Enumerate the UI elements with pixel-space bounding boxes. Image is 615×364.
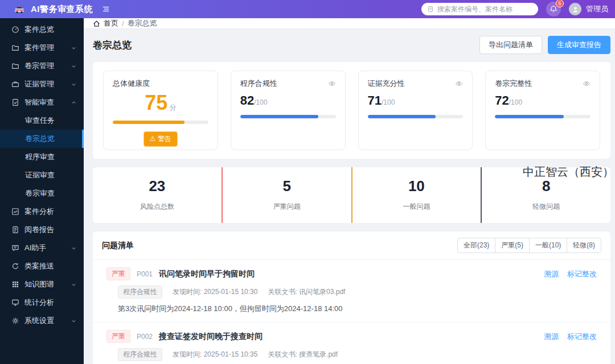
issue-id: P002 bbox=[137, 333, 153, 341]
sidebar-item-label: 类案推送 bbox=[24, 261, 54, 271]
stat-label: 风险点总数 bbox=[93, 202, 222, 212]
top-header: AI警务审查系统 5 管理员 bbox=[0, 0, 615, 18]
stat-general-issues: 10 一般问题 bbox=[351, 167, 481, 223]
chevron-down-icon bbox=[71, 245, 77, 251]
stat-label: 轻微问题 bbox=[482, 202, 610, 212]
metric-card-evidence: 证据充分性 71/100 bbox=[358, 71, 473, 150]
export-issues-button[interactable]: 导出问题清单 bbox=[479, 36, 542, 54]
breadcrumb-current: 卷宗总览 bbox=[128, 18, 157, 28]
metric-progress bbox=[495, 115, 591, 118]
card-label: 证据充分性 bbox=[368, 78, 405, 89]
sidebar-item-reading-report[interactable]: 阅卷报告 bbox=[0, 221, 84, 239]
sidebar-item-case-management[interactable]: 案件管理 bbox=[0, 39, 84, 57]
search-input[interactable] bbox=[437, 5, 532, 13]
warning-status-badge[interactable]: ⚠ 警告 bbox=[144, 131, 178, 147]
sidebar-subitem-label: 程序审查 bbox=[25, 152, 55, 162]
stat-value: 23 bbox=[93, 177, 222, 195]
stat-label: 一般问题 bbox=[352, 202, 481, 212]
health-score-value: 75 bbox=[145, 91, 167, 114]
health-score-card: 总体健康度 75分 ⚠ 警告 bbox=[103, 71, 218, 150]
sidebar-item-label: 系统设置 bbox=[24, 316, 54, 326]
card-label: 卷宗完整性 bbox=[495, 78, 532, 89]
notification-button[interactable]: 5 bbox=[546, 2, 561, 16]
briefcase-icon bbox=[11, 80, 19, 88]
stat-label: 严重问题 bbox=[223, 202, 351, 212]
chevron-down-icon bbox=[71, 318, 77, 324]
sidebar-item-statistics[interactable]: 统计分析 bbox=[0, 293, 84, 312]
sidebar-item-smart-review[interactable]: 智能审查 bbox=[0, 93, 84, 111]
sidebar-item-label: 案件管理 bbox=[24, 43, 54, 53]
breadcrumb: 首页 / 卷宗总览 bbox=[84, 18, 615, 29]
metric-progress bbox=[240, 115, 336, 118]
eye-icon[interactable] bbox=[328, 80, 336, 88]
sidebar-item-system-settings[interactable]: 系统设置 bbox=[0, 312, 84, 330]
metric-card-procedure: 程序合规性 82/100 bbox=[231, 71, 346, 150]
sidebar-subitem-dossier-overview[interactable]: 卷宗总览 bbox=[0, 130, 84, 148]
user-icon bbox=[572, 6, 579, 13]
issue-description: 第3次讯问时间为2024-12-18 10:00，但拘留时间为2024-12-1… bbox=[106, 304, 597, 314]
breadcrumb-separator: / bbox=[122, 19, 124, 28]
metric-progress bbox=[368, 115, 464, 118]
filter-general-button[interactable]: 一般(10) bbox=[529, 238, 567, 253]
trace-link[interactable]: 溯源 bbox=[544, 269, 559, 279]
filter-minor-button[interactable]: 轻微(8) bbox=[567, 238, 601, 253]
stat-value: 10 bbox=[352, 177, 481, 195]
user-name[interactable]: 管理员 bbox=[586, 4, 608, 14]
global-search[interactable] bbox=[421, 3, 538, 15]
stat-value: 8 bbox=[482, 177, 610, 195]
sidebar-subitem-label: 卷宗总览 bbox=[25, 134, 55, 144]
mark-fixed-link[interactable]: 标记整改 bbox=[567, 332, 597, 342]
mark-fixed-link[interactable]: 标记整改 bbox=[567, 269, 597, 279]
issue-related-doc: 关联文书: 讯问笔录03.pdf bbox=[268, 287, 345, 297]
metric-value: 71 bbox=[368, 93, 382, 107]
generate-report-button[interactable]: 生成审查报告 bbox=[548, 36, 610, 54]
sidebar-item-evidence-management[interactable]: 证据管理 bbox=[0, 75, 84, 93]
vendor-watermark: 中正智云（西安） bbox=[523, 164, 614, 180]
sidebar-item-similar-case-push[interactable]: 类案推送 bbox=[0, 257, 84, 275]
health-progress bbox=[113, 121, 208, 124]
score-cards-panel: 总体健康度 75分 ⚠ 警告 程序合规性 82/100 bbox=[93, 62, 610, 159]
metric-value: 72 bbox=[495, 93, 509, 107]
sidebar-item-ai-assistant[interactable]: AI助手 bbox=[0, 239, 84, 257]
metric-suffix: /100 bbox=[254, 98, 267, 106]
sidebar-item-dossier-management[interactable]: 卷宗管理 bbox=[0, 57, 84, 75]
filter-critical-button[interactable]: 严重(5) bbox=[495, 238, 530, 253]
bell-icon bbox=[550, 5, 557, 13]
sidebar-item-label: 卷宗管理 bbox=[24, 61, 54, 71]
stat-total-risks: 23 风险点总数 bbox=[93, 167, 222, 223]
card-label: 程序合规性 bbox=[240, 78, 277, 89]
sidebar-subitem-dossier-review[interactable]: 卷宗审查 bbox=[0, 184, 84, 202]
dashboard-icon bbox=[11, 26, 19, 34]
sidebar-subitem-evidence-review[interactable]: 证据审查 bbox=[0, 166, 84, 184]
issue-title: 搜查证签发时间晚于搜查时间 bbox=[159, 332, 263, 342]
issues-panel: 问题清单 全部(23) 严重(5) 一般(10) 轻微(8) 严重 P001 讯… bbox=[93, 231, 610, 364]
menu-collapse-icon[interactable] bbox=[102, 5, 110, 13]
chevron-down-icon bbox=[71, 45, 77, 51]
sidebar-item-case-analysis[interactable]: 案件分析 bbox=[0, 202, 84, 221]
card-label: 总体健康度 bbox=[113, 78, 150, 89]
home-icon[interactable] bbox=[93, 20, 100, 27]
sidebar-item-knowledge-graph[interactable]: 知识图谱 bbox=[0, 275, 84, 293]
filter-all-button[interactable]: 全部(23) bbox=[457, 238, 495, 253]
stat-critical-issues: 5 严重问题 bbox=[222, 167, 351, 223]
document-check-icon bbox=[11, 98, 19, 106]
eye-icon[interactable] bbox=[455, 80, 463, 88]
eye-icon[interactable] bbox=[583, 80, 591, 88]
metric-suffix: /100 bbox=[382, 98, 395, 106]
avatar[interactable] bbox=[569, 3, 581, 15]
sidebar-item-label: 证据管理 bbox=[24, 79, 54, 89]
grid-icon bbox=[11, 280, 19, 288]
breadcrumb-home[interactable]: 首页 bbox=[104, 18, 118, 28]
sidebar-item-label: 知识图谱 bbox=[24, 279, 54, 289]
sidebar-subitem-label: 审查任务 bbox=[25, 115, 55, 126]
health-score-unit: 分 bbox=[169, 104, 176, 111]
trace-link[interactable]: 溯源 bbox=[544, 332, 559, 342]
metric-card-completeness: 卷宗完整性 72/100 bbox=[485, 71, 600, 150]
sidebar-subitem-review-tasks[interactable]: 审查任务 bbox=[0, 111, 84, 130]
issue-row: 严重 P002 搜查证签发时间晚于搜查时间 溯源 标记整改 程序合规性 发现时间… bbox=[93, 322, 610, 364]
sidebar-item-label: AI助手 bbox=[24, 243, 46, 253]
issue-row: 严重 P001 讯问笔录时间早于拘留时间 溯源 标记整改 程序合规性 发现时间:… bbox=[93, 260, 610, 322]
report-icon bbox=[11, 226, 19, 234]
sidebar-subitem-procedure-review[interactable]: 程序审查 bbox=[0, 148, 84, 166]
sidebar-item-case-overview[interactable]: 案件总览 bbox=[0, 20, 84, 39]
